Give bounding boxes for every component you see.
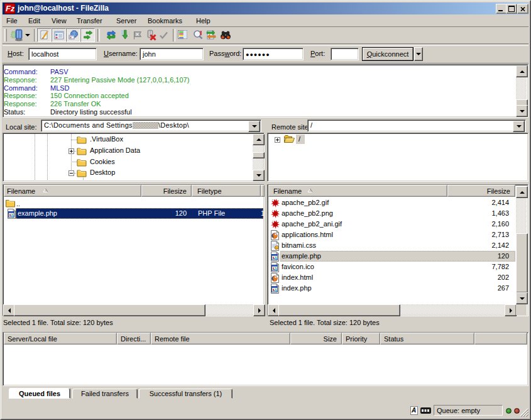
svg-text:Fz: Fz [6, 4, 14, 13]
